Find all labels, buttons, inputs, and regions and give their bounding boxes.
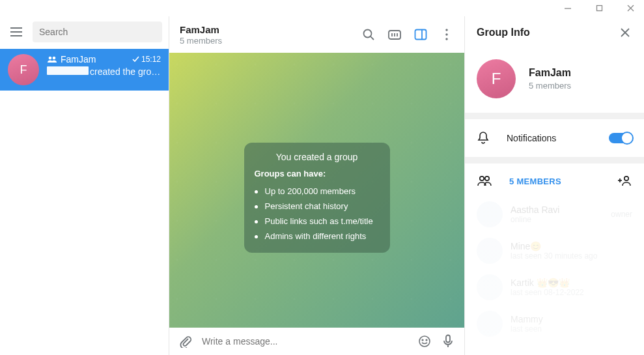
add-member-icon[interactable] — [618, 174, 632, 188]
member-name: Mine😊 — [511, 241, 632, 251]
group-avatar: F — [477, 59, 516, 98]
chat-preview: created the grou… — [47, 66, 161, 77]
info-bullet: Public links such as t.me/title — [255, 214, 380, 229]
svg-point-26 — [480, 177, 484, 180]
window-close-button[interactable] — [621, 0, 640, 16]
svg-rect-15 — [415, 30, 427, 40]
svg-point-22 — [426, 339, 427, 341]
chat-list-item[interactable]: F FamJam 15:12 created the grou… — [0, 49, 169, 91]
svg-rect-1 — [596, 6, 602, 11]
chat-avatar: F — [8, 54, 39, 85]
sidebar: F FamJam 15:12 created the grou… — [0, 16, 169, 355]
chat-header: FamJam 5 members — [169, 16, 464, 53]
compose-bar — [169, 328, 464, 355]
message-input[interactable] — [202, 336, 408, 347]
svg-point-18 — [445, 33, 447, 35]
member-avatar — [477, 201, 503, 227]
section-separator — [465, 113, 644, 119]
member-role: owner — [611, 210, 632, 219]
group-icon — [47, 55, 57, 63]
member-item[interactable]: Mine😊 last seen 30 minutes ago — [471, 233, 637, 269]
member-name: Kartik 👑😎👑 — [511, 277, 632, 288]
group-profile: F FamJam 5 members — [465, 49, 644, 113]
member-status: last seen 08-12-2022 — [511, 288, 632, 297]
info-panel-title: Group Info — [477, 27, 618, 38]
chat-subtitle: 5 members — [180, 36, 361, 46]
notifications-row[interactable]: Notifications — [465, 119, 644, 157]
member-item[interactable]: Aastha Ravi online owner — [471, 196, 637, 233]
voice-icon[interactable] — [441, 334, 455, 348]
search-icon[interactable] — [361, 27, 376, 42]
svg-point-21 — [422, 339, 423, 341]
info-bullet: Admins with different rights — [255, 229, 380, 244]
chat-title: FamJam — [180, 24, 361, 35]
svg-point-20 — [419, 336, 430, 347]
svg-point-9 — [364, 30, 372, 38]
messages-area: You created a group Groups can have: Up … — [169, 53, 464, 328]
group-subtitle: 5 members — [529, 81, 571, 91]
members-count-label: 5 MEMBERS — [509, 177, 601, 186]
notifications-toggle[interactable] — [609, 133, 632, 143]
svg-point-8 — [53, 57, 56, 60]
member-name: Mammy — [511, 314, 632, 324]
window-max-button[interactable] — [589, 0, 609, 16]
info-card-title: You created a group — [255, 152, 380, 162]
svg-line-10 — [371, 36, 374, 40]
window-titlebar — [0, 0, 644, 16]
group-name: FamJam — [529, 67, 571, 79]
info-panel: Group Info F FamJam 5 members Notificati… — [465, 16, 644, 355]
info-bullet: Persistent chat history — [255, 199, 380, 214]
member-status: online — [511, 215, 603, 224]
svg-point-17 — [445, 29, 447, 31]
group-created-card: You created a group Groups can have: Up … — [244, 143, 390, 253]
member-avatar — [477, 274, 503, 300]
info-bullet: Up to 200,000 members — [255, 184, 380, 199]
svg-point-7 — [49, 57, 52, 60]
chat-time: 15:12 — [132, 55, 161, 64]
more-icon[interactable] — [440, 27, 454, 42]
svg-point-27 — [485, 177, 489, 180]
section-separator — [465, 157, 644, 163]
sidepanel-toggle-icon[interactable] — [413, 27, 428, 42]
svg-point-28 — [624, 177, 628, 180]
member-list: Aastha Ravi online owner Mine😊 last seen… — [465, 196, 644, 355]
emoji-icon[interactable] — [417, 334, 432, 348]
member-item[interactable]: Kartik 👑😎👑 last seen 08-12-2022 — [471, 269, 637, 305]
info-card-subtitle: Groups can have: — [255, 169, 380, 178]
member-avatar — [477, 238, 503, 264]
notifications-label: Notifications — [507, 133, 592, 143]
svg-rect-23 — [446, 335, 450, 343]
member-avatar — [477, 311, 503, 337]
member-status: last seen 30 minutes ago — [511, 251, 632, 261]
videochat-icon[interactable] — [387, 27, 402, 42]
svg-point-19 — [445, 38, 447, 40]
members-icon — [477, 175, 492, 187]
window-min-button[interactable] — [558, 0, 578, 16]
search-input[interactable] — [39, 27, 156, 37]
member-name: Aastha Ravi — [511, 205, 603, 215]
chat-panel: FamJam 5 members You created a group Gro… — [169, 16, 465, 355]
check-icon — [132, 56, 140, 63]
member-item[interactable]: Mammy last seen — [471, 305, 637, 342]
close-icon[interactable] — [618, 25, 632, 40]
chat-name: FamJam — [61, 54, 129, 64]
attach-icon[interactable] — [178, 334, 193, 348]
menu-button[interactable] — [7, 22, 26, 42]
member-status: last seen — [511, 324, 632, 334]
search-input-container[interactable] — [33, 21, 162, 42]
bell-icon — [477, 131, 490, 145]
